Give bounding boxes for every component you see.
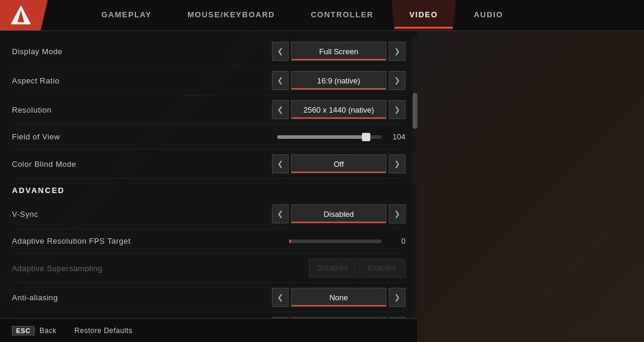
aspect-ratio-left[interactable]: ❮: [272, 71, 289, 90]
fov-control: 104: [277, 132, 405, 141]
settings-panel: Display Mode ❮ Full Screen ❯ Aspect Rati…: [0, 31, 417, 342]
adaptive-res-fill: [289, 240, 291, 243]
adaptive-supersampling-control: Disabled Enabled: [309, 259, 405, 278]
vsync-label: V-Sync: [12, 210, 272, 219]
anti-aliasing-left[interactable]: ❮: [272, 288, 289, 307]
scroll-indicator: [413, 37, 417, 318]
adaptive-supersampling-label: Adaptive Supersampling: [12, 264, 309, 273]
aspect-ratio-row: Aspect Ratio ❮ 16:9 (native) ❯: [12, 66, 405, 95]
display-mode-row: Display Mode ❮ Full Screen ❯: [12, 37, 405, 66]
aspect-ratio-control: ❮ 16:9 (native) ❯: [272, 71, 405, 90]
nav-tabs: GAMEPLAY MOUSE/KEYBOARD CONTROLLER VIDEO…: [48, 0, 644, 30]
fov-row: Field of View 104: [12, 125, 405, 150]
adaptive-supersampling-disabled: Disabled: [309, 259, 357, 278]
tab-mouse-keyboard[interactable]: MOUSE/KEYBOARD: [169, 0, 293, 30]
fov-fill: [277, 135, 366, 139]
tab-gameplay[interactable]: GAMEPLAY: [83, 0, 169, 30]
adaptive-supersampling-toggle: Disabled Enabled: [309, 259, 405, 278]
logo-area: [0, 0, 48, 30]
resolution-right[interactable]: ❯: [389, 100, 405, 119]
fov-thumb: [362, 133, 370, 141]
color-blind-left[interactable]: ❮: [272, 154, 289, 173]
vsync-left[interactable]: ❮: [272, 204, 289, 223]
fov-slider[interactable]: [277, 135, 382, 139]
anti-aliasing-value: None: [291, 288, 386, 307]
color-blind-right[interactable]: ❯: [389, 154, 405, 173]
tab-audio[interactable]: AUDIO: [456, 0, 521, 30]
display-mode-label: Display Mode: [12, 47, 272, 56]
adaptive-res-slider[interactable]: [289, 240, 382, 243]
adaptive-res-control: 0: [289, 237, 405, 245]
resolution-value: 2560 x 1440 (native): [291, 100, 386, 119]
bottom-bar: ESC Back Restore Defaults: [0, 318, 417, 342]
restore-defaults-button[interactable]: Restore Defaults: [75, 327, 132, 335]
adaptive-supersampling-row: Adaptive Supersampling Disabled Enabled: [12, 254, 405, 283]
restore-label: Restore Defaults: [75, 327, 132, 335]
aspect-ratio-value: 16:9 (native): [291, 71, 386, 90]
scroll-thumb: [413, 93, 417, 129]
back-button[interactable]: ESC Back: [12, 326, 57, 335]
esc-key: ESC: [12, 326, 35, 335]
color-blind-row: Color Blind Mode ❮ Off ❯: [12, 150, 405, 179]
adaptive-res-value: 0: [388, 237, 405, 245]
vsync-row: V-Sync ❮ Disabled ❯: [12, 200, 405, 229]
display-mode-value: Full Screen: [291, 42, 386, 61]
anti-aliasing-row: Anti-aliasing ❮ None ❯: [12, 283, 405, 312]
main-content: Display Mode ❮ Full Screen ❯ Aspect Rati…: [0, 31, 644, 342]
display-mode-right[interactable]: ❯: [389, 42, 405, 61]
resolution-left[interactable]: ❮: [272, 100, 289, 119]
anti-aliasing-control: ❮ None ❯: [272, 288, 405, 307]
color-blind-label: Color Blind Mode: [12, 160, 272, 169]
anti-aliasing-right[interactable]: ❯: [389, 288, 405, 307]
display-mode-control: ❮ Full Screen ❯: [272, 42, 405, 61]
back-label: Back: [39, 327, 57, 335]
adaptive-res-row: Adaptive Resolution FPS Target 0: [12, 229, 405, 254]
advanced-header: ADVANCED: [12, 179, 405, 200]
aspect-ratio-label: Aspect Ratio: [12, 76, 272, 85]
resolution-label: Resolution: [12, 105, 272, 114]
anti-aliasing-label: Anti-aliasing: [12, 293, 272, 302]
texture-budget-row: Texture Streaming Budget ❮ High (4GB VRA…: [12, 312, 405, 318]
settings-scroll[interactable]: Display Mode ❮ Full Screen ❯ Aspect Rati…: [0, 31, 417, 318]
tab-controller[interactable]: CONTROLLER: [293, 0, 391, 30]
apex-logo: [10, 4, 32, 27]
adaptive-supersampling-enabled: Enabled: [358, 259, 405, 278]
tab-video[interactable]: VIDEO: [391, 0, 456, 30]
fov-value: 104: [388, 132, 405, 141]
vsync-control: ❮ Disabled ❯: [272, 204, 405, 223]
aspect-ratio-right[interactable]: ❯: [389, 71, 405, 90]
right-area: [417, 31, 644, 342]
fov-label: Field of View: [12, 132, 277, 141]
color-blind-control: ❮ Off ❯: [272, 154, 405, 173]
nav-bar: GAMEPLAY MOUSE/KEYBOARD CONTROLLER VIDEO…: [0, 0, 644, 31]
display-mode-left[interactable]: ❮: [272, 42, 289, 61]
resolution-control: ❮ 2560 x 1440 (native) ❯: [272, 100, 405, 119]
resolution-row: Resolution ❮ 2560 x 1440 (native) ❯: [12, 95, 405, 125]
vsync-value: Disabled: [291, 204, 386, 223]
vsync-right[interactable]: ❯: [389, 204, 405, 223]
adaptive-res-label: Adaptive Resolution FPS Target: [12, 237, 289, 245]
color-blind-value: Off: [291, 154, 386, 173]
